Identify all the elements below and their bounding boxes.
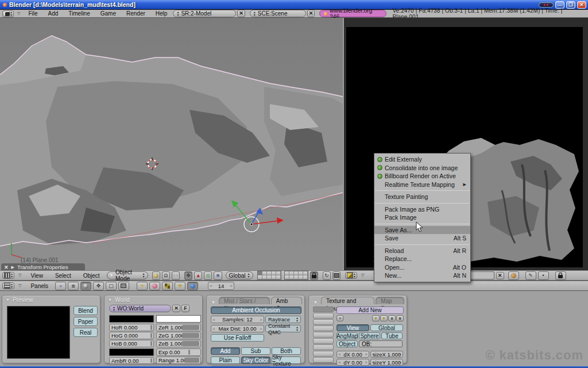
tab-map-to[interactable]: Map To	[376, 297, 404, 304]
horizon-color-swatch[interactable]	[109, 315, 154, 323]
tab-texture-and-input[interactable]: Texture and Input	[321, 297, 374, 304]
menu-select[interactable]: Select	[50, 273, 76, 279]
texture-channel-slot[interactable]	[313, 306, 334, 312]
render-preview-button[interactable]	[332, 271, 341, 280]
logic-context-button[interactable]: ◕	[55, 282, 66, 290]
scene-selector[interactable]: ▴▾ SCE:Scene	[250, 10, 306, 17]
layer-buttons[interactable]	[257, 271, 308, 280]
image-unlink-button[interactable]: ✕	[496, 272, 504, 279]
hor-slider[interactable]: HoR 0.000	[109, 324, 154, 331]
manipulator-scale[interactable]: ■	[214, 271, 222, 280]
copy-channel-icon[interactable]: ▼	[380, 315, 388, 321]
texture-channel-slot[interactable]	[313, 338, 334, 344]
draw-type-selector[interactable]	[152, 271, 160, 280]
auto-name-button[interactable]: ≡	[336, 315, 343, 321]
editor-type-button[interactable]: ▴▾	[2, 282, 14, 289]
scene-context-button[interactable]	[118, 282, 129, 290]
zenith-color-swatch[interactable]	[156, 315, 201, 323]
zeg-slider[interactable]: ZeG 1.000	[156, 332, 201, 339]
orientation-selector[interactable]: Global ▴▾	[226, 271, 253, 279]
manipulator-rotate[interactable]: ◎	[204, 271, 212, 280]
sizey-field[interactable]: sizeY 1.000	[370, 359, 403, 366]
move-up-icon[interactable]: ∧	[388, 315, 396, 321]
max-dist-field[interactable]: Max Dist: 10.00	[211, 325, 264, 332]
editing-context-button[interactable]: ▢	[106, 282, 117, 290]
manipulator-translate[interactable]: ▲	[194, 271, 202, 280]
texture-subcontext-button[interactable]	[162, 282, 173, 290]
sizex-field[interactable]: sizeX 1.000	[370, 351, 403, 358]
tab-amb-occ[interactable]: Amb Occ	[271, 297, 302, 304]
menu-item-open[interactable]: Open... Alt O	[374, 263, 470, 272]
header-menus-collapse-icon[interactable]: ▽	[16, 273, 24, 278]
update-lock-button[interactable]	[555, 271, 566, 280]
object-context-button[interactable]: ✥	[93, 282, 104, 290]
header-menus-collapse-icon[interactable]: ▽	[16, 283, 24, 288]
coords-global-button[interactable]: Global	[370, 324, 403, 331]
panel-collapse-icon[interactable]: ▼	[209, 300, 218, 304]
manipulator-toggle[interactable]: ✥	[184, 271, 192, 280]
add-new-button[interactable]: Add New	[336, 306, 404, 314]
menu-help[interactable]: Help	[151, 10, 172, 17]
ambr-slider[interactable]: AmbR 0.00	[109, 357, 154, 364]
zer-slider[interactable]: ZeR 1.000	[156, 324, 201, 331]
menu-item-pack-image-as-png[interactable]: Pack Image as PNG	[374, 205, 470, 214]
menu-item-edit-externally[interactable]: Edit Externaly	[374, 155, 470, 164]
menu-item-texture-painting[interactable]: Texture Painting	[374, 193, 470, 201]
expand-panel-icon[interactable]: ▶	[11, 265, 14, 270]
menu-game[interactable]: Game	[96, 10, 121, 17]
menu-add[interactable]: Add	[44, 10, 63, 17]
sampling-selector[interactable]: Constant QMC▴▾	[265, 325, 301, 332]
proportional-edit-button[interactable]: ↻	[323, 271, 331, 280]
ambient-occlusion-toggle[interactable]: Ambient Occlusion	[211, 306, 301, 314]
menu-render[interactable]: Render	[122, 10, 150, 17]
close-panel-icon[interactable]: ✕	[4, 264, 9, 270]
use-falloff-toggle[interactable]: Use Falloff	[211, 334, 264, 342]
exp-slider[interactable]: Exp 0.00	[156, 348, 201, 356]
preview-paper-button[interactable]: Paper	[74, 317, 98, 326]
editor-type-button[interactable]: ▴▾	[2, 272, 14, 279]
dx-field[interactable]: dX 0.00	[336, 351, 369, 358]
ambient-color-swatch[interactable]	[109, 348, 154, 356]
screen-selector[interactable]: ▴▾ SR:2-Model	[173, 10, 236, 17]
clear-channel-icon[interactable]: ▼	[372, 315, 380, 321]
editor-type-button[interactable]: ▴▾	[345, 272, 357, 279]
menu-object[interactable]: Object	[78, 273, 105, 279]
snap-grid-button[interactable]: ⁘⁘	[172, 271, 180, 280]
texture-channel-slot[interactable]	[313, 325, 334, 331]
lamp-subcontext-button[interactable]: ☀	[137, 282, 148, 290]
mode-selector[interactable]: Object Mode ▴▾	[107, 271, 148, 279]
frame-number-field[interactable]: 14	[208, 282, 234, 290]
world-unlink-button[interactable]: ✕	[172, 305, 180, 312]
panel-collapse-icon[interactable]: ▼	[6, 298, 10, 302]
realtime-update-button[interactable]	[508, 271, 519, 280]
panel-collapse-icon[interactable]: ▼	[311, 300, 320, 304]
menu-item-consolidate[interactable]: Consolidate into one image	[374, 164, 470, 172]
texture-channel-slot[interactable]	[313, 319, 334, 325]
texture-channel-slot[interactable]	[313, 351, 334, 356]
texture-channel-slot[interactable]	[313, 332, 334, 338]
zeb-slider[interactable]: ZeB 1.000	[156, 340, 201, 347]
material-subcontext-button[interactable]	[149, 282, 160, 290]
screen-delete-button[interactable]: ✕	[237, 10, 245, 17]
lock-layers-toggle[interactable]	[310, 271, 318, 280]
sky-color-button[interactable]: Sky Color	[241, 356, 270, 364]
header-collapse-icon[interactable]: ▽	[15, 12, 22, 16]
hog-slider[interactable]: HoG 0.000	[109, 332, 154, 339]
preview-real-button[interactable]: Real	[74, 328, 98, 337]
radiosity-subcontext-button[interactable]: ☢	[175, 282, 185, 290]
3d-viewport[interactable]: (14) Plane.001 ✕ ▶ Transform Properties	[0, 18, 343, 270]
blender-org-button[interactable]: www.blender.org 246	[319, 10, 386, 17]
header-menus-collapse-icon[interactable]: ▽	[359, 273, 366, 278]
tab-mist-stars-phys[interactable]: Mist / Stars / Phys	[219, 297, 270, 304]
menu-item-realtime-texture-mapping[interactable]: Realtime Texture Mapping ▶	[374, 181, 470, 189]
coords-tube-button[interactable]: Tube	[381, 332, 403, 339]
menu-file[interactable]: File	[24, 10, 42, 17]
world-subcontext-button[interactable]	[187, 282, 198, 290]
move-down-icon[interactable]: ∨	[396, 315, 404, 321]
sub-mode-button[interactable]: Sub	[241, 347, 270, 355]
world-datablock-selector[interactable]: ▴▾ WO:World	[109, 305, 171, 312]
samples-field[interactable]: Samples: 12	[211, 316, 264, 323]
coords-view-button[interactable]: View	[336, 324, 369, 331]
menu-timeline[interactable]: Timeline	[64, 10, 94, 17]
menu-item-replace[interactable]: Replace...	[374, 255, 470, 263]
